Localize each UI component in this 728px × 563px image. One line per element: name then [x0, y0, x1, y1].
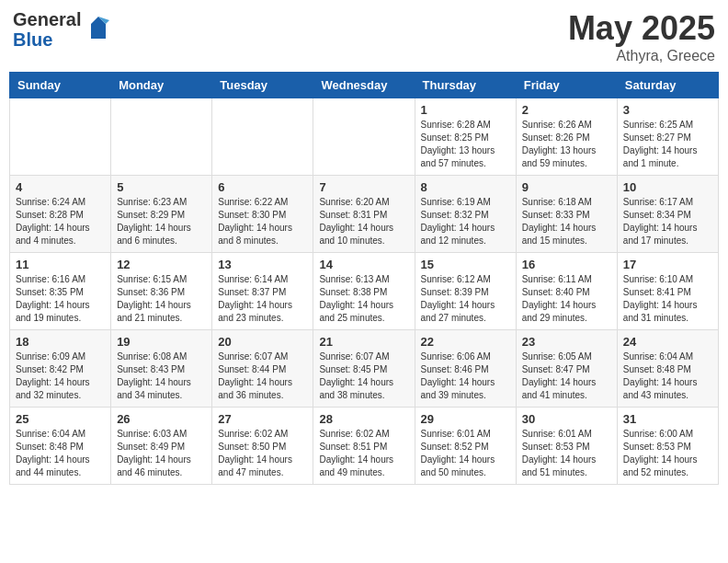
day-info: Sunrise: 6:16 AMSunset: 8:35 PMDaylight:… [16, 273, 105, 325]
day-info: Sunrise: 6:05 AMSunset: 8:47 PMDaylight:… [522, 350, 611, 402]
calendar-week-row: 25Sunrise: 6:04 AMSunset: 8:48 PMDayligh… [10, 408, 719, 485]
calendar-day-cell: 27Sunrise: 6:02 AMSunset: 8:50 PMDayligh… [212, 408, 313, 485]
calendar-day-cell [10, 98, 111, 176]
day-number: 17 [623, 258, 712, 271]
calendar-week-row: 4Sunrise: 6:24 AMSunset: 8:28 PMDaylight… [10, 176, 719, 253]
day-number: 8 [421, 180, 510, 194]
day-number: 15 [421, 258, 510, 271]
calendar-day-cell: 21Sunrise: 6:07 AMSunset: 8:45 PMDayligh… [313, 330, 415, 408]
logo-icon [84, 13, 113, 42]
day-info: Sunrise: 6:13 AMSunset: 8:38 PMDaylight:… [319, 273, 408, 325]
month-title: May 2025 [568, 9, 715, 48]
day-info: Sunrise: 6:06 AMSunset: 8:46 PMDaylight:… [421, 350, 510, 402]
logo-blue-text: Blue [13, 29, 81, 50]
calendar-day-cell: 2Sunrise: 6:26 AMSunset: 8:26 PMDaylight… [516, 98, 617, 176]
day-number: 1 [421, 103, 510, 117]
day-info: Sunrise: 6:09 AMSunset: 8:42 PMDaylight:… [16, 350, 105, 402]
calendar-day-cell: 25Sunrise: 6:04 AMSunset: 8:48 PMDayligh… [10, 408, 111, 485]
day-of-week-header: Thursday [415, 73, 516, 98]
calendar-day-cell: 6Sunrise: 6:22 AMSunset: 8:30 PMDaylight… [212, 176, 313, 253]
day-of-week-header: Sunday [10, 73, 111, 98]
calendar-day-cell: 9Sunrise: 6:18 AMSunset: 8:33 PMDaylight… [516, 176, 617, 253]
logo-general-text: General [13, 9, 81, 29]
day-info: Sunrise: 6:04 AMSunset: 8:48 PMDaylight:… [16, 428, 105, 479]
calendar-day-cell: 17Sunrise: 6:10 AMSunset: 8:41 PMDayligh… [617, 253, 718, 330]
day-number: 10 [623, 180, 712, 194]
calendar-day-cell: 3Sunrise: 6:25 AMSunset: 8:27 PMDaylight… [617, 98, 718, 176]
day-info: Sunrise: 6:24 AMSunset: 8:28 PMDaylight:… [16, 196, 105, 247]
calendar-day-cell: 26Sunrise: 6:03 AMSunset: 8:49 PMDayligh… [111, 408, 212, 485]
calendar-day-cell: 23Sunrise: 6:05 AMSunset: 8:47 PMDayligh… [516, 330, 617, 408]
day-info: Sunrise: 6:10 AMSunset: 8:41 PMDaylight:… [623, 273, 712, 325]
calendar-day-cell [111, 98, 212, 176]
logo: General Blue [13, 9, 113, 50]
calendar-day-cell: 30Sunrise: 6:01 AMSunset: 8:53 PMDayligh… [516, 408, 617, 485]
day-info: Sunrise: 6:07 AMSunset: 8:44 PMDaylight:… [218, 350, 307, 402]
day-number: 18 [16, 335, 105, 349]
day-number: 11 [16, 258, 105, 271]
calendar-day-cell: 22Sunrise: 6:06 AMSunset: 8:46 PMDayligh… [415, 330, 516, 408]
calendar-table: SundayMondayTuesdayWednesdayThursdayFrid… [9, 72, 719, 485]
day-number: 13 [218, 258, 307, 271]
page-header: General Blue May 2025 Athyra, Greece [9, 9, 719, 64]
day-number: 14 [319, 258, 408, 271]
day-number: 7 [319, 180, 408, 194]
calendar-day-cell: 20Sunrise: 6:07 AMSunset: 8:44 PMDayligh… [212, 330, 313, 408]
day-info: Sunrise: 6:03 AMSunset: 8:49 PMDaylight:… [117, 428, 206, 479]
calendar-day-cell: 29Sunrise: 6:01 AMSunset: 8:52 PMDayligh… [415, 408, 516, 485]
day-number: 6 [218, 180, 307, 194]
day-number: 16 [522, 258, 611, 271]
calendar-day-cell: 5Sunrise: 6:23 AMSunset: 8:29 PMDaylight… [111, 176, 212, 253]
day-info: Sunrise: 6:20 AMSunset: 8:31 PMDaylight:… [319, 196, 408, 247]
day-number: 20 [218, 335, 307, 349]
day-info: Sunrise: 6:26 AMSunset: 8:26 PMDaylight:… [522, 119, 611, 170]
calendar-day-cell: 1Sunrise: 6:28 AMSunset: 8:25 PMDaylight… [415, 98, 516, 176]
calendar-week-row: 11Sunrise: 6:16 AMSunset: 8:35 PMDayligh… [10, 253, 719, 330]
day-of-week-header: Wednesday [313, 73, 415, 98]
day-info: Sunrise: 6:14 AMSunset: 8:37 PMDaylight:… [218, 273, 307, 325]
day-info: Sunrise: 6:19 AMSunset: 8:32 PMDaylight:… [421, 196, 510, 247]
day-number: 29 [421, 412, 510, 426]
day-number: 4 [16, 180, 105, 194]
calendar-day-cell [212, 98, 313, 176]
calendar-day-cell: 8Sunrise: 6:19 AMSunset: 8:32 PMDaylight… [415, 176, 516, 253]
day-number: 12 [117, 258, 206, 271]
calendar-day-cell: 19Sunrise: 6:08 AMSunset: 8:43 PMDayligh… [111, 330, 212, 408]
day-info: Sunrise: 6:23 AMSunset: 8:29 PMDaylight:… [117, 196, 206, 247]
day-info: Sunrise: 6:17 AMSunset: 8:34 PMDaylight:… [623, 196, 712, 247]
calendar-day-cell: 7Sunrise: 6:20 AMSunset: 8:31 PMDaylight… [313, 176, 415, 253]
day-info: Sunrise: 6:01 AMSunset: 8:52 PMDaylight:… [421, 428, 510, 479]
location-title: Athyra, Greece [568, 48, 715, 64]
calendar-day-cell: 10Sunrise: 6:17 AMSunset: 8:34 PMDayligh… [617, 176, 718, 253]
calendar-day-cell: 13Sunrise: 6:14 AMSunset: 8:37 PMDayligh… [212, 253, 313, 330]
calendar-day-cell: 28Sunrise: 6:02 AMSunset: 8:51 PMDayligh… [313, 408, 415, 485]
day-info: Sunrise: 6:25 AMSunset: 8:27 PMDaylight:… [623, 119, 712, 170]
calendar-day-cell: 4Sunrise: 6:24 AMSunset: 8:28 PMDaylight… [10, 176, 111, 253]
calendar-day-cell: 14Sunrise: 6:13 AMSunset: 8:38 PMDayligh… [313, 253, 415, 330]
day-info: Sunrise: 6:18 AMSunset: 8:33 PMDaylight:… [522, 196, 611, 247]
calendar-day-cell: 24Sunrise: 6:04 AMSunset: 8:48 PMDayligh… [617, 330, 718, 408]
day-number: 9 [522, 180, 611, 194]
calendar-header-row: SundayMondayTuesdayWednesdayThursdayFrid… [10, 73, 719, 98]
day-of-week-header: Saturday [617, 73, 718, 98]
day-number: 2 [522, 103, 611, 117]
day-number: 23 [522, 335, 611, 349]
day-of-week-header: Friday [516, 73, 617, 98]
title-block: May 2025 Athyra, Greece [568, 9, 715, 64]
day-number: 21 [319, 335, 408, 349]
day-info: Sunrise: 6:02 AMSunset: 8:50 PMDaylight:… [218, 428, 307, 479]
day-info: Sunrise: 6:02 AMSunset: 8:51 PMDaylight:… [319, 428, 408, 479]
day-number: 3 [623, 103, 712, 117]
day-number: 5 [117, 180, 206, 194]
day-info: Sunrise: 6:28 AMSunset: 8:25 PMDaylight:… [421, 119, 510, 170]
calendar-day-cell: 15Sunrise: 6:12 AMSunset: 8:39 PMDayligh… [415, 253, 516, 330]
day-info: Sunrise: 6:11 AMSunset: 8:40 PMDaylight:… [522, 273, 611, 325]
day-number: 28 [319, 412, 408, 426]
day-info: Sunrise: 6:01 AMSunset: 8:53 PMDaylight:… [522, 428, 611, 479]
calendar-day-cell: 11Sunrise: 6:16 AMSunset: 8:35 PMDayligh… [10, 253, 111, 330]
calendar-day-cell: 16Sunrise: 6:11 AMSunset: 8:40 PMDayligh… [516, 253, 617, 330]
day-info: Sunrise: 6:04 AMSunset: 8:48 PMDaylight:… [623, 350, 712, 402]
calendar-day-cell: 31Sunrise: 6:00 AMSunset: 8:53 PMDayligh… [617, 408, 718, 485]
day-number: 19 [117, 335, 206, 349]
day-number: 22 [421, 335, 510, 349]
